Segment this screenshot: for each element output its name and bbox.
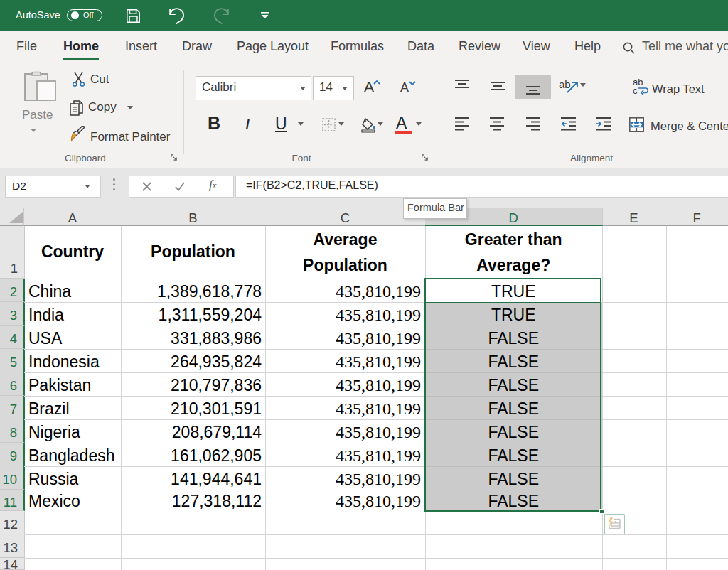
svg-text:c: c [633, 85, 638, 95]
